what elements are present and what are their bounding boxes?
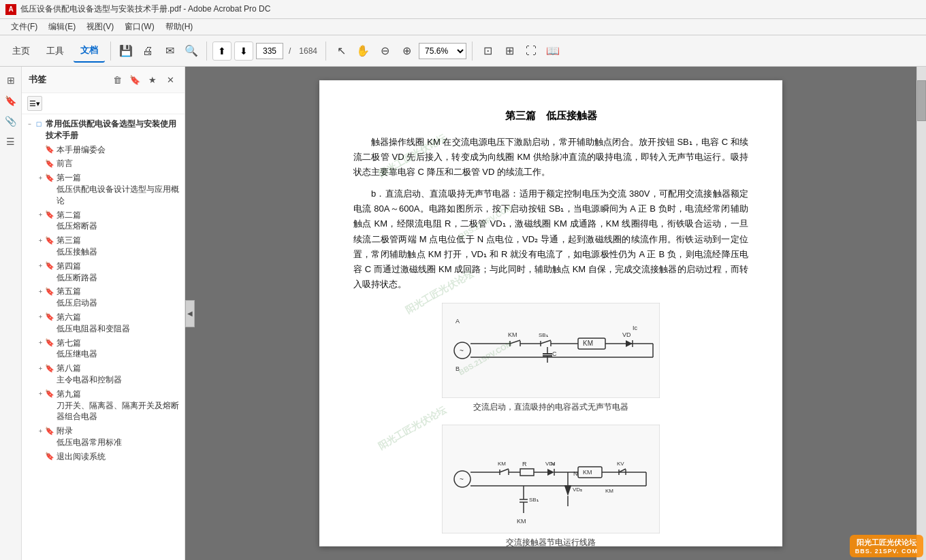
tools-btn[interactable]: 工具 bbox=[39, 39, 71, 63]
bookmark-bm13[interactable]: ▶ 🔖 退出阅读系统 bbox=[22, 450, 185, 464]
bookmark-bm4[interactable]: ＋ 🔖 第二篇低压熔断器 bbox=[22, 208, 185, 234]
pdf-scroll-area[interactable]: 阳光工匠光伏论坛 阳光工匠光伏论坛 阳光工匠光伏论坛 BBS.21SPV.COM… bbox=[185, 67, 916, 560]
logo-line2: BBS. 21SPV. COM bbox=[855, 548, 918, 555]
fit-page-btn[interactable]: ⊡ bbox=[478, 42, 497, 61]
expand-bm7[interactable]: ＋ bbox=[35, 286, 45, 296]
email-btn[interactable]: ✉ bbox=[160, 42, 179, 61]
svg-text:VD₂: VD₂ bbox=[573, 487, 582, 493]
expand-bm9[interactable]: ＋ bbox=[35, 338, 45, 348]
menu-help[interactable]: 帮助(H) bbox=[160, 20, 199, 34]
expand-root[interactable]: － bbox=[25, 119, 34, 129]
page-separator: / bbox=[289, 46, 291, 56]
bookmark-icon-bm1: 🔖 bbox=[45, 145, 54, 154]
search-btn[interactable]: 🔍 bbox=[182, 42, 201, 61]
bookmark-text-bm12-sub: 低压电器常用标准 bbox=[57, 438, 122, 447]
cursor-tool-btn[interactable]: ↖ bbox=[332, 42, 351, 61]
svg-text:KV: KV bbox=[617, 461, 624, 467]
bookmark-tree[interactable]: － □ 常用低压供配电设备选型与安装使用技术手册 ▶ 🔖 本手册编委会 ▶ 🔖 … bbox=[22, 114, 185, 560]
bookmark-text-bm10-sub: 主令电器和控制器 bbox=[57, 375, 122, 384]
print-btn[interactable]: 🖨 bbox=[138, 42, 157, 61]
new-bookmark-btn[interactable]: ★ bbox=[145, 72, 160, 87]
bookmark-bm9[interactable]: ＋ 🔖 第七篇低压继电器 bbox=[22, 336, 185, 362]
bookmark-icon-bm10: 🔖 bbox=[45, 363, 54, 373]
sidebar-title: 书签 bbox=[29, 73, 46, 86]
bookmark-bm12[interactable]: ＋ 🔖 附录低压电器常用标准 bbox=[22, 424, 185, 450]
bookmark-text-bm1: 本手册编委会 bbox=[57, 144, 182, 156]
expand-bm4[interactable]: ＋ bbox=[35, 210, 45, 220]
bookmark-bm2[interactable]: ▶ 🔖 前言 bbox=[22, 157, 185, 171]
bookmark-text-bm2: 前言 bbox=[57, 158, 182, 169]
right-scrollbar[interactable] bbox=[916, 67, 926, 560]
fit-width-btn[interactable]: ⊞ bbox=[500, 42, 519, 61]
menu-edit[interactable]: 编辑(E) bbox=[43, 20, 81, 34]
menu-view[interactable]: 视图(V) bbox=[81, 20, 119, 34]
expand-bm11[interactable]: ＋ bbox=[35, 389, 45, 399]
bookmark-icon-bm2: 🔖 bbox=[45, 159, 54, 168]
bookmark-root[interactable]: － □ 常用低压供配电设备选型与安装使用技术手册 bbox=[22, 117, 185, 143]
collapse-sidebar-btn[interactable]: ◀ bbox=[185, 300, 195, 327]
add-bookmark-btn[interactable]: 🔖 bbox=[127, 72, 142, 87]
bookmark-bm6[interactable]: ＋ 🔖 第四篇低压断路器 bbox=[22, 259, 185, 285]
expand-bm12[interactable]: ＋ bbox=[35, 426, 45, 435]
svg-text:~: ~ bbox=[460, 347, 464, 355]
bookmark-bm5[interactable]: ＋ 🔖 第三篇低压接触器 bbox=[22, 233, 185, 259]
bookmark-bm1[interactable]: ▶ 🔖 本手册编委会 bbox=[22, 143, 185, 157]
zoom-in-btn[interactable]: ⊕ bbox=[397, 42, 416, 61]
expand-bm8[interactable]: ＋ bbox=[35, 312, 45, 322]
page-number-input[interactable] bbox=[256, 43, 283, 59]
bookmark-bm3[interactable]: ＋ 🔖 第一篇低压供配电设备设计选型与应用概论 bbox=[22, 171, 185, 208]
left-icon-bookmark[interactable]: 🔖 bbox=[3, 93, 19, 109]
bookmark-bm11[interactable]: ＋ 🔖 第九篇刀开关、隔离器、隔离开关及熔断器组合电器 bbox=[22, 387, 185, 424]
bookmark-bm7[interactable]: ＋ 🔖 第五篇低压启动器 bbox=[22, 284, 185, 310]
sidebar-menu-btn[interactable]: ☰▾ bbox=[27, 96, 42, 111]
svg-text:KM: KM bbox=[605, 488, 613, 494]
close-sidebar-btn[interactable]: ✕ bbox=[163, 72, 178, 87]
expand-bm10[interactable]: ＋ bbox=[35, 363, 45, 373]
left-icon-home[interactable]: ⊞ bbox=[3, 72, 19, 88]
bookmark-icon-bm3: 🔖 bbox=[45, 173, 54, 182]
svg-rect-34 bbox=[442, 425, 660, 533]
bookmark-text-bm9-sub: 低压继电器 bbox=[57, 349, 97, 359]
left-icon-layers[interactable]: ☰ bbox=[3, 133, 19, 150]
sidebar: 书签 🗑 🔖 ★ ✕ ☰▾ － □ 常用低压供配电设备选型与安装使用技术手册 ▶… bbox=[22, 67, 185, 560]
svg-text:N: N bbox=[573, 470, 578, 477]
save-btn[interactable]: 💾 bbox=[116, 42, 135, 61]
home-btn[interactable]: 主页 bbox=[5, 39, 37, 63]
next-page-btn[interactable]: ⬇ bbox=[234, 42, 253, 61]
bookmark-icon-bm12: 🔖 bbox=[45, 426, 54, 435]
hand-tool-btn[interactable]: ✋ bbox=[353, 42, 372, 61]
expand-bm3[interactable]: ＋ bbox=[35, 173, 45, 182]
bookmark-text-bm3-ch: 低压供配电设备设计选型与应用概论 bbox=[57, 184, 179, 205]
page-total: 1684 bbox=[299, 46, 317, 56]
svg-text:KM: KM bbox=[498, 461, 506, 467]
scrollbar-thumb[interactable] bbox=[917, 80, 926, 121]
menu-window[interactable]: 窗口(W) bbox=[119, 20, 159, 34]
menu-file[interactable]: 文件(F) bbox=[5, 20, 43, 34]
bookmark-text-root: 常用低压供配电设备选型与安装使用技术手册 bbox=[46, 118, 182, 142]
zoom-select[interactable]: 75.6% 50% 100% 125% 150% bbox=[419, 43, 466, 59]
svg-rect-0 bbox=[442, 303, 660, 398]
bookmark-bm10[interactable]: ＋ 🔖 第八篇主令电器和控制器 bbox=[22, 361, 185, 387]
read-mode-btn[interactable]: 📖 bbox=[543, 42, 562, 61]
bookmark-text-bm8: 第六篇低压电阻器和变阻器 bbox=[57, 312, 182, 335]
bookmark-text-bm3: 第一篇低压供配电设备设计选型与应用概论 bbox=[57, 172, 182, 206]
svg-text:KM: KM bbox=[508, 331, 517, 338]
expand-bm6[interactable]: ＋ bbox=[35, 261, 45, 271]
expand-bm5[interactable]: ＋ bbox=[35, 235, 45, 245]
svg-text:KM: KM bbox=[517, 518, 526, 525]
bookmark-text-bm12: 附录低压电器常用标准 bbox=[57, 425, 182, 448]
delete-bookmark-btn[interactable]: 🗑 bbox=[110, 72, 125, 87]
svg-text:B: B bbox=[456, 365, 460, 372]
left-icon-paperclip[interactable]: 📎 bbox=[3, 113, 19, 129]
bookmark-icon-bm7: 🔖 bbox=[45, 286, 54, 296]
separator1 bbox=[110, 42, 111, 61]
bookmark-bm8[interactable]: ＋ 🔖 第六篇低压电阻器和变阻器 bbox=[22, 310, 185, 336]
main-area: ⊞ 🔖 📎 ☰ 书签 🗑 🔖 ★ ✕ ☰▾ － □ 常用低压供配电设备选型与安装… bbox=[0, 67, 926, 560]
document-btn[interactable]: 文档 bbox=[74, 39, 105, 63]
svg-text:M: M bbox=[551, 461, 556, 467]
content-area: ◀ 阳光工匠光伏论坛 阳光工匠光伏论坛 阳光工匠光伏论坛 BBS.21SPV.C… bbox=[185, 67, 926, 560]
prev-page-btn[interactable]: ⬆ bbox=[212, 42, 232, 61]
full-screen-btn[interactable]: ⛶ bbox=[522, 42, 541, 61]
zoom-out-btn[interactable]: ⊖ bbox=[375, 42, 394, 61]
pdf-diagram2: ~ KM R bbox=[353, 425, 748, 546]
